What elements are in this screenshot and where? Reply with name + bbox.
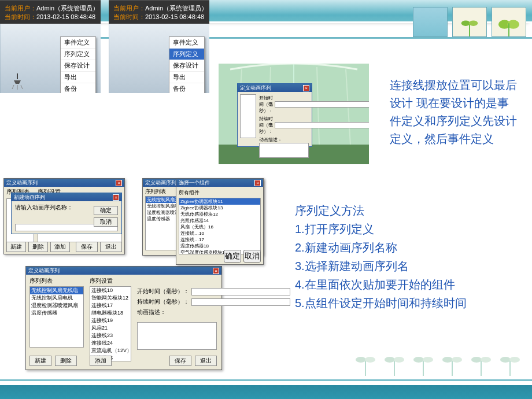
component-list[interactable]: 连接线10 智能网关模块12 连接线17 继电器模块18 连接线19 风扇21 … (90, 286, 131, 361)
menu-item-selected[interactable]: 序列定义 (169, 49, 204, 60)
menu-item[interactable]: 序列定义 (61, 49, 95, 60)
step-item: 4.在里面依次贴加要开始的组件 (295, 275, 515, 294)
exit-button[interactable]: 退出 (100, 242, 122, 252)
close-icon[interactable]: × (254, 180, 261, 186)
list-item[interactable]: 连接线…10 (179, 230, 260, 237)
duration-input[interactable] (275, 122, 369, 128)
footer-sprouts (355, 349, 520, 376)
close-icon[interactable]: × (303, 85, 309, 91)
time-value: 2013-02-15 08:48:48 (36, 13, 95, 20)
start-time-input[interactable] (275, 101, 369, 108)
list-item[interactable]: Zigbee协调器模块11 (179, 198, 260, 205)
list-item[interactable]: 无线控制风扇无线电 (30, 287, 83, 294)
list-item[interactable]: 风扇（无线）16 (179, 224, 260, 230)
dialog-title: 定义动画序列 × (238, 84, 312, 92)
list-item[interactable]: 温度传感器 (30, 309, 83, 317)
list-item[interactable]: 连接线10 (90, 287, 131, 294)
save-button[interactable]: 保存 (76, 242, 98, 252)
cancel-button[interactable]: 取消 (243, 250, 261, 263)
list-item[interactable]: 连接线19 (90, 317, 131, 324)
ok-button[interactable]: 确定 (94, 206, 118, 215)
desc-label: 动画描述： (259, 137, 282, 142)
list-item[interactable]: 温度传感器 (146, 216, 180, 222)
top-icon-sprout-1 (452, 7, 487, 37)
list-item[interactable]: 无线控制风扇电机 (30, 294, 83, 302)
sequence-list[interactable]: 无线控制风扇无线电 无线控制风扇电机 湿度检测器喷灌风扇 温度传感器 (29, 286, 84, 348)
close-icon[interactable]: × (113, 194, 119, 201)
svg-point-8 (365, 357, 375, 363)
menu-item[interactable]: 导出 (61, 72, 95, 83)
start-time-label: 开始时间（毫秒）： (259, 95, 273, 114)
svg-point-7 (356, 357, 366, 363)
start-time-input[interactable] (191, 288, 290, 295)
sequence-list[interactable] (240, 94, 256, 138)
new-button[interactable]: 新建 (29, 356, 51, 366)
ok-button[interactable]: 确定 (224, 250, 241, 263)
menu-item[interactable]: 保存设计 (61, 60, 95, 72)
list-item[interactable]: 光照传感器14 (179, 217, 260, 224)
menu-item[interactable]: 事件定义 (169, 37, 204, 49)
dialog-title: 定义动画序列 × (26, 267, 221, 275)
dialog-over-photo: 定义动画序列 × 开始时间（毫秒）： 持续时间（毫秒）： 动画描述： (237, 83, 312, 147)
list-item[interactable]: 连接线23 (90, 332, 131, 339)
app-header: 当前用户：Admin（系统管理员） 当前时间：2013-02-15 08:48:… (109, 0, 209, 24)
menu-item[interactable]: 保存设计 (169, 60, 204, 72)
list-item[interactable]: 湿度检测器喷灌风扇 (30, 302, 83, 309)
list-item[interactable]: 无线控制风扇电机 (146, 203, 180, 209)
list-item[interactable]: 温度传感器18 (179, 243, 260, 249)
delete-button[interactable]: 删除 (55, 356, 77, 366)
svg-point-15 (471, 357, 482, 363)
new-button[interactable]: 新建 (6, 242, 26, 252)
dialog-title-text: 定义动画序列 (6, 179, 38, 187)
steps-block: 序列定义方法 1.打开序列定义 2.新建动画序列名称 3.选择新建动画序列名 4… (295, 201, 515, 312)
all-components-label: 所有组件 (179, 189, 261, 197)
list-item[interactable]: Zigbee协调器模块13 (179, 205, 260, 211)
menu-item[interactable]: 导出 (169, 72, 204, 83)
list-item[interactable]: 连接线…17 (179, 237, 260, 243)
cancel-button[interactable]: 取消 (94, 217, 118, 227)
step-item: 3.选择新建动画序列名 (295, 257, 515, 275)
svg-point-12 (423, 357, 433, 363)
menu-item[interactable]: 备份 (61, 83, 95, 93)
dialog-title-text: 定义动画序列 (28, 267, 60, 275)
delete-button[interactable]: 删除 (28, 242, 48, 252)
add-button[interactable]: 添加 (50, 242, 70, 252)
menu-item[interactable]: 事件定义 (61, 37, 95, 49)
app-screenshot-2: 当前用户：Admin（系统管理员） 当前时间：2013-02-15 08:48:… (109, 0, 209, 93)
dialog-title-text: 选择一个组件 (179, 179, 210, 187)
list-item[interactable]: 风扇21 (90, 324, 131, 332)
context-menu[interactable]: 事件定义 序列定义 保存设计 导出 备份 关于 (169, 36, 205, 93)
list-item[interactable]: 直流电机（12V）8 (90, 347, 131, 354)
save-button[interactable]: 保存 (169, 356, 191, 366)
menu-item[interactable]: 备份 (169, 83, 204, 93)
sprout-icon (471, 349, 492, 376)
add-button[interactable]: 添加 (90, 356, 112, 366)
duration-input[interactable] (191, 298, 290, 306)
close-icon[interactable]: × (213, 268, 219, 274)
dialog-title-text: 定义动画序列 (240, 84, 271, 92)
dialog-select-component: 选择一个组件 × 所有组件 Zigbee协调器模块11 Zigbee协调器模块1… (176, 178, 264, 265)
desc-textarea[interactable] (259, 143, 309, 158)
list-item[interactable]: 连接线17 (90, 302, 131, 309)
desc-label: 动画描述： (137, 308, 166, 316)
sprout-icon (384, 349, 405, 376)
close-icon[interactable]: × (116, 180, 122, 186)
list-item[interactable]: 连接线24 (90, 339, 131, 347)
step-item: 5.点组件设定开始时间和持续时间 (295, 294, 515, 312)
new-sequence-prompt: 新建动画序列× 请输入动画序列名称： 确定 取消 (11, 193, 122, 234)
list-item[interactable]: 无线控制风扇无线电 (146, 197, 180, 203)
component-list[interactable]: Zigbee协调器模块11 Zigbee协调器模块13 无线传感器模块12 光照… (179, 198, 261, 254)
list-item[interactable]: 湿度检测器喷灌风扇 (146, 209, 180, 216)
exit-button[interactable]: 退出 (195, 356, 217, 366)
sprout-icon (442, 349, 463, 376)
list-item[interactable]: 无线传感器模块12 (179, 211, 260, 217)
list-item[interactable]: 智能网关模块12 (90, 294, 131, 302)
step-item: 2.新建动画序列名称 (295, 238, 515, 257)
desc-textarea[interactable] (137, 322, 217, 350)
context-menu[interactable]: 事件定义 序列定义 保存设计 导出 备份 关于 (60, 36, 96, 93)
list-item[interactable]: 继电器模块18 (90, 309, 131, 317)
top-icon-sprout-2 (492, 7, 526, 37)
col-left-label: 序列列表 (29, 277, 53, 285)
time-value: 2013-02-15 08:48:48 (145, 13, 204, 20)
start-time-label: 开始时间（毫秒）： (137, 287, 189, 295)
